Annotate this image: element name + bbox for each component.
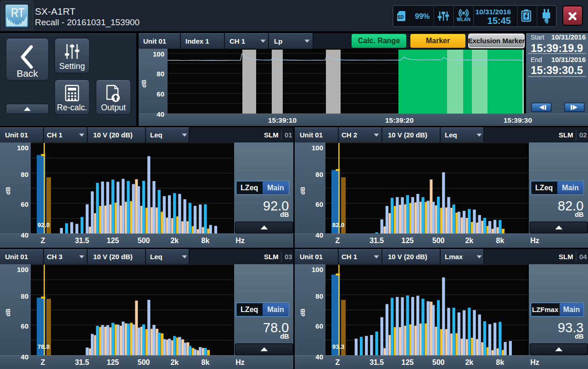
- svg-text:125: 125: [402, 237, 414, 244]
- svg-text:Leq: Leq: [150, 131, 162, 139]
- svg-text:8k: 8k: [496, 358, 504, 366]
- svg-text:Exclusion Marker: Exclusion Marker: [468, 37, 525, 45]
- svg-text:Hz: Hz: [530, 358, 539, 366]
- svg-text:dB: dB: [5, 187, 11, 194]
- svg-text:LZeq: LZeq: [535, 184, 553, 192]
- svg-text:Z: Z: [336, 358, 340, 366]
- svg-text:10 V (20 dB): 10 V (20 dB): [388, 253, 427, 261]
- svg-text:92.0: 92.0: [38, 221, 50, 228]
- svg-text:CH 3: CH 3: [47, 253, 62, 261]
- svg-text:01: 01: [285, 131, 292, 139]
- svg-text:RT: RT: [11, 6, 25, 20]
- svg-text:40: 40: [21, 231, 28, 239]
- svg-text:78.0: 78.0: [38, 343, 50, 350]
- svg-text:Z: Z: [336, 237, 340, 244]
- svg-text:99%: 99%: [415, 12, 430, 20]
- svg-text:Unit 01: Unit 01: [300, 131, 323, 139]
- svg-text:10/31/2016: 10/31/2016: [551, 33, 586, 41]
- svg-text:15:39:19.9: 15:39:19.9: [531, 42, 583, 54]
- svg-text:80: 80: [157, 70, 164, 78]
- svg-text:10/31/2016: 10/31/2016: [551, 56, 586, 63]
- svg-text:8k: 8k: [202, 358, 210, 366]
- svg-text:dB: dB: [575, 333, 583, 340]
- svg-text:Marker: Marker: [426, 37, 450, 45]
- svg-text:Leq: Leq: [445, 131, 457, 139]
- svg-text:15:45: 15:45: [487, 16, 511, 26]
- svg-text:80: 80: [21, 170, 28, 178]
- svg-text:100: 100: [312, 144, 323, 152]
- svg-text:82.0: 82.0: [332, 221, 344, 228]
- svg-text:Unit 01: Unit 01: [5, 131, 28, 139]
- svg-text:CH 1: CH 1: [230, 37, 245, 45]
- svg-text:SX-A1RT: SX-A1RT: [35, 6, 75, 17]
- svg-text:dB: dB: [5, 308, 11, 316]
- svg-text:40: 40: [157, 110, 164, 118]
- svg-text:Calc. Range: Calc. Range: [358, 37, 400, 45]
- svg-text:125: 125: [107, 358, 119, 366]
- svg-text:WLAN: WLAN: [457, 17, 470, 22]
- svg-text:8k: 8k: [496, 237, 504, 244]
- svg-text:CH 1: CH 1: [47, 131, 62, 139]
- svg-text:40: 40: [315, 231, 323, 239]
- svg-text:60: 60: [157, 90, 164, 98]
- svg-text:Setting: Setting: [59, 62, 85, 71]
- svg-text:31.5: 31.5: [370, 237, 384, 244]
- svg-text:80: 80: [315, 292, 323, 300]
- svg-text:End: End: [531, 56, 542, 63]
- svg-text:15:39:10: 15:39:10: [268, 116, 297, 124]
- svg-text:Start: Start: [531, 34, 544, 41]
- svg-text:SLM: SLM: [559, 253, 573, 261]
- svg-text:04: 04: [579, 253, 587, 261]
- svg-text:Index 1: Index 1: [185, 37, 209, 45]
- svg-text:100: 100: [17, 266, 28, 273]
- svg-text:60: 60: [315, 200, 323, 208]
- svg-text:40: 40: [315, 353, 323, 361]
- svg-text:15:39:30: 15:39:30: [504, 116, 532, 124]
- svg-text:100: 100: [17, 144, 28, 152]
- svg-text:Output: Output: [101, 103, 126, 112]
- svg-text:Unit 01: Unit 01: [300, 253, 323, 261]
- svg-text:60: 60: [21, 322, 28, 330]
- svg-text:2k: 2k: [465, 358, 473, 366]
- svg-text:Re-calc.: Re-calc.: [57, 103, 87, 112]
- svg-text:125: 125: [402, 358, 414, 366]
- svg-text:31.5: 31.5: [75, 358, 89, 366]
- svg-text:Lmax: Lmax: [445, 253, 463, 261]
- svg-text:Z: Z: [41, 237, 45, 244]
- svg-text:Hz: Hz: [530, 237, 539, 244]
- svg-text:Hz: Hz: [235, 358, 245, 366]
- svg-text:15:39:20: 15:39:20: [385, 116, 414, 124]
- svg-text:Main: Main: [267, 184, 284, 192]
- svg-text:500: 500: [432, 237, 445, 244]
- svg-text:10 V (20 dB): 10 V (20 dB): [93, 253, 133, 261]
- svg-text:15:39:30.5: 15:39:30.5: [531, 64, 583, 76]
- svg-text:80: 80: [21, 292, 28, 300]
- svg-text:SLM: SLM: [264, 253, 279, 261]
- svg-text:CH 2: CH 2: [342, 131, 357, 139]
- svg-text:100: 100: [312, 266, 323, 273]
- svg-text:dB: dB: [575, 211, 583, 218]
- svg-text:10 V (20 dB): 10 V (20 dB): [93, 131, 133, 139]
- svg-text:LZFmax: LZFmax: [532, 306, 559, 313]
- svg-text:10 V (20 dB): 10 V (20 dB): [388, 131, 427, 139]
- svg-text:Main: Main: [562, 184, 578, 192]
- svg-text:Back: Back: [17, 68, 38, 79]
- svg-text:02: 02: [579, 131, 587, 139]
- svg-text:31.5: 31.5: [75, 237, 89, 244]
- svg-text:500: 500: [138, 237, 150, 244]
- svg-text:500: 500: [432, 358, 445, 366]
- svg-text:31.5: 31.5: [370, 358, 384, 366]
- svg-text:Main: Main: [563, 306, 580, 313]
- svg-text:Recall - 20161031_153900: Recall - 20161031_153900: [35, 17, 140, 28]
- svg-text:2k: 2k: [170, 237, 179, 244]
- svg-text:8k: 8k: [202, 237, 210, 244]
- svg-text:03: 03: [285, 253, 292, 261]
- svg-text:2k: 2k: [465, 237, 473, 244]
- svg-text:93.3: 93.3: [332, 343, 345, 350]
- svg-text:LZeq: LZeq: [241, 306, 258, 313]
- svg-text:Z: Z: [41, 358, 45, 366]
- svg-text:dB: dB: [299, 187, 306, 194]
- svg-text:80: 80: [315, 170, 323, 178]
- svg-text:SLM: SLM: [264, 131, 279, 139]
- svg-text:60: 60: [315, 322, 323, 330]
